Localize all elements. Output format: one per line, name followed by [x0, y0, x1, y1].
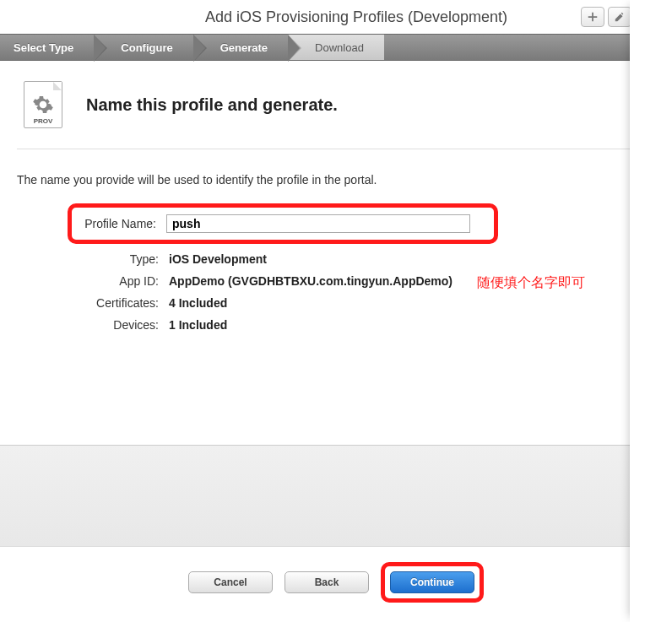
devices-row: Devices: 1 Included [17, 318, 655, 332]
prov-icon-label: PROV [34, 117, 53, 125]
gear-icon [32, 94, 54, 116]
profile-name-highlight: Profile Name: [68, 203, 498, 244]
certificates-row: Certificates: 4 Included [17, 296, 655, 310]
page-header: Add iOS Provisioning Profiles (Developme… [0, 0, 672, 34]
devices-value: 1 Included [169, 318, 227, 332]
page-title: Add iOS Provisioning Profiles (Developme… [14, 8, 581, 26]
profile-name-input[interactable] [166, 214, 470, 233]
footer: Cancel Back Continue [0, 546, 672, 618]
divider-area [0, 445, 672, 546]
breadcrumb: Select Type Configure Generate Download [0, 34, 672, 61]
back-button[interactable]: Back [285, 571, 369, 593]
provisioning-profile-icon: PROV [24, 81, 62, 128]
content-area: PROV Name this profile and generate. The… [0, 61, 672, 360]
section-title: Name this profile and generate. [86, 95, 338, 115]
certificates-label: Certificates: [51, 296, 169, 310]
type-row: Type: iOS Development [17, 252, 655, 266]
help-text: The name you provide will be used to ide… [17, 173, 655, 187]
section-header: PROV Name this profile and generate. [17, 81, 655, 149]
app-id-label: App ID: [51, 274, 169, 288]
right-shadow [630, 0, 672, 622]
edit-button[interactable] [608, 7, 631, 27]
crumb-generate[interactable]: Generate [193, 35, 288, 60]
continue-highlight: Continue [381, 562, 484, 603]
cancel-button[interactable]: Cancel [188, 571, 273, 593]
annotation-text: 随便填个名字即可 [477, 274, 585, 292]
type-value: iOS Development [169, 252, 267, 266]
type-label: Type: [51, 252, 169, 266]
crumb-select-type[interactable]: Select Type [0, 35, 94, 60]
edit-icon [614, 11, 626, 23]
add-button[interactable] [581, 7, 604, 27]
profile-name-label: Profile Name: [82, 217, 166, 230]
crumb-configure[interactable]: Configure [94, 35, 192, 60]
plus-icon [587, 11, 599, 23]
crumb-download[interactable]: Download [288, 35, 384, 60]
continue-button[interactable]: Continue [390, 571, 474, 593]
devices-label: Devices: [51, 318, 169, 332]
app-id-value: AppDemo (GVGDHBTBXU.com.tingyun.AppDemo) [169, 274, 453, 288]
certificates-value: 4 Included [169, 296, 227, 310]
